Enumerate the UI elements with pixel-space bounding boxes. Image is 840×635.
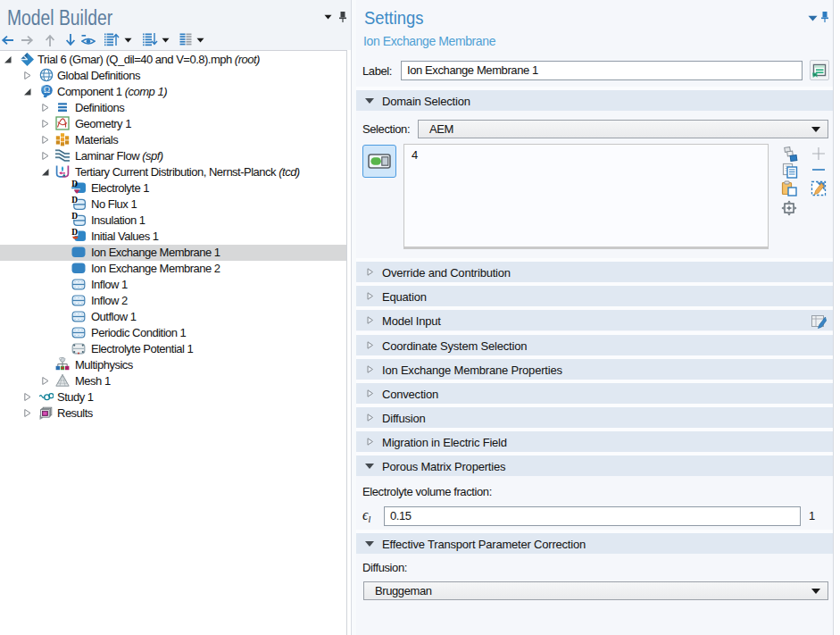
svg-text:Ω: Ω (44, 85, 50, 95)
svg-text:D: D (71, 213, 78, 221)
svg-text:D: D (71, 196, 78, 205)
svg-text:D: D (71, 229, 78, 237)
svg-text:D: D (71, 180, 78, 188)
